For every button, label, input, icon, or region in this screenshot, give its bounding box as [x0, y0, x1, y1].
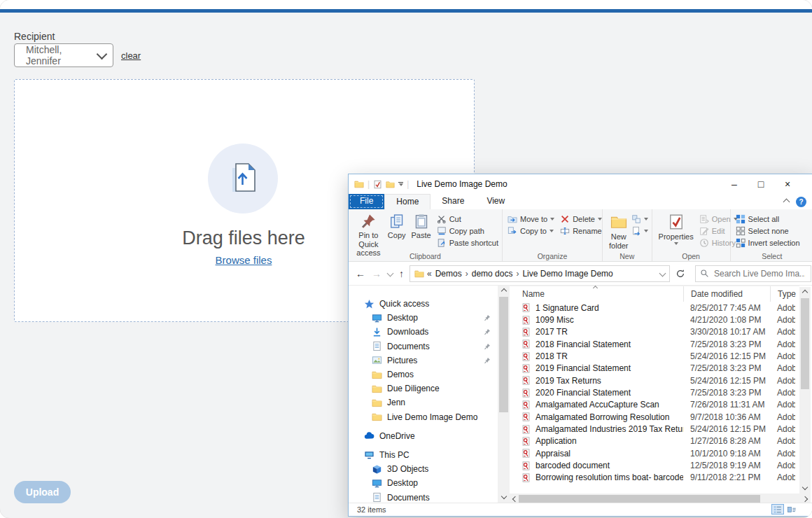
large-icons-view-button[interactable]: [785, 504, 798, 514]
paste-button[interactable]: Paste: [409, 212, 434, 241]
address-dropdown-icon[interactable]: [659, 270, 666, 277]
tab-home[interactable]: Home: [384, 194, 430, 209]
sidebar-item-label: Demos: [387, 370, 414, 379]
list-scrollbar[interactable]: [799, 287, 811, 493]
forward-button[interactable]: →: [372, 268, 382, 279]
paste-shortcut-button[interactable]: Paste shortcut: [437, 238, 498, 248]
tab-file[interactable]: File: [349, 194, 384, 209]
up-button[interactable]: ↑: [399, 268, 404, 279]
breadcrumb-segment[interactable]: Demos: [433, 269, 464, 279]
sidebar-item[interactable]: This PC: [349, 448, 498, 462]
clipboard-group-label: Clipboard: [349, 252, 502, 260]
file-row[interactable]: 2019 Tax Returns 5/24/2016 12:15 PM Adob…: [510, 374, 799, 386]
details-view-button[interactable]: [771, 504, 784, 514]
new-folder-button[interactable]: New folder: [606, 212, 631, 251]
recent-locations-icon[interactable]: [387, 270, 394, 277]
file-row[interactable]: 2018 TR 5/24/2016 12:15 PM Adobe: [510, 350, 799, 362]
column-name[interactable]: Name: [510, 289, 683, 299]
file-row[interactable]: Appraisal 10/1/2010 9:18 AM Adobe: [510, 447, 799, 459]
file-row[interactable]: 2020 Financial Statement 7/25/2018 3:23 …: [510, 386, 799, 398]
copy-to-button[interactable]: Copy to: [507, 226, 554, 236]
column-type[interactable]: Type: [770, 286, 798, 302]
rename-button[interactable]: Rename: [560, 226, 602, 236]
sidebar-scrollbar[interactable]: [498, 286, 510, 503]
maximize-button[interactable]: □: [748, 174, 774, 194]
copy-path-button[interactable]: Copy path: [437, 226, 498, 236]
scroll-down-icon[interactable]: [799, 483, 811, 493]
scroll-up-icon[interactable]: [498, 286, 510, 296]
address-box[interactable]: « Demos › demo docs › Live Demo Image De…: [410, 265, 670, 282]
sidebar-item[interactable]: Documents: [349, 340, 498, 354]
select-all-button[interactable]: Select all: [736, 214, 800, 224]
scrollbar-thumb[interactable]: [801, 298, 809, 389]
tab-share[interactable]: Share: [430, 194, 475, 209]
delete-button[interactable]: Delete: [560, 214, 602, 224]
recipient-select[interactable]: Mitchell, Jennifer: [14, 43, 113, 67]
sidebar-item[interactable]: OneDrive: [349, 429, 498, 443]
sidebar-item[interactable]: Due Diligence: [349, 382, 498, 396]
search-input[interactable]: [713, 268, 806, 279]
sidebar-item[interactable]: Pictures: [349, 354, 498, 368]
properties-button[interactable]: Properties: [656, 212, 696, 246]
search-box[interactable]: [695, 265, 811, 282]
sidebar-item[interactable]: Desktop: [349, 311, 498, 325]
scroll-down-icon[interactable]: [498, 492, 510, 503]
move-to-button[interactable]: Move to: [507, 214, 554, 224]
sidebar-item-icon: [372, 370, 382, 380]
copy-button[interactable]: Copy: [385, 212, 409, 241]
help-icon[interactable]: ?: [796, 197, 806, 207]
file-row[interactable]: 1099 Misc 4/21/2020 1:08 PM Adobe: [510, 314, 799, 326]
ribbon-group-open: Properties Open Edit History Open: [652, 209, 731, 261]
file-row[interactable]: 2018 Financial Statement 7/25/2018 3:23 …: [510, 338, 799, 350]
minimize-ribbon-icon[interactable]: [783, 198, 790, 205]
move-to-icon: [507, 214, 517, 224]
back-button[interactable]: ←: [356, 268, 365, 279]
pin-icon: [484, 314, 491, 321]
invert-selection-button[interactable]: Invert selection: [736, 238, 800, 248]
file-row[interactable]: Amalgamated Borrowing Resolution 9/7/201…: [510, 411, 799, 423]
close-button[interactable]: ×: [774, 174, 801, 194]
new-folder-icon: [610, 214, 627, 230]
tab-view[interactable]: View: [475, 194, 516, 209]
explorer-titlebar[interactable]: | | Live Demo Image Demo – □ ×: [349, 174, 812, 194]
easy-access-button[interactable]: [631, 226, 648, 236]
breadcrumb-segment[interactable]: Live Demo Image Demo: [520, 269, 615, 279]
customize-toolbar-icon[interactable]: [398, 182, 403, 186]
sidebar-item[interactable]: Quick access: [349, 297, 498, 311]
cut-button[interactable]: Cut: [437, 214, 498, 224]
pdf-icon: [522, 352, 531, 361]
upload-button[interactable]: Upload: [14, 481, 71, 503]
new-folder-quick-icon[interactable]: [386, 180, 395, 189]
sidebar-item[interactable]: Demos: [349, 368, 498, 382]
properties-quick-icon[interactable]: [373, 180, 382, 189]
clear-link[interactable]: clear: [121, 50, 141, 61]
select-none-button[interactable]: Select none: [736, 226, 800, 236]
file-row[interactable]: Amalgamated AccuCapture Scan 7/26/2018 1…: [510, 399, 799, 411]
file-date-modified: 9/7/2018 10:36 AM: [683, 412, 770, 422]
file-row[interactable]: 1 Signature Card 8/25/2017 7:45 AM Adobe: [510, 302, 799, 314]
breadcrumb-overflow[interactable]: «: [427, 269, 432, 279]
minimize-button[interactable]: –: [721, 174, 748, 194]
sidebar-item[interactable]: Downloads: [349, 325, 498, 339]
sidebar-item[interactable]: Desktop: [349, 476, 498, 490]
sidebar-item[interactable]: Documents: [349, 490, 498, 503]
file-row[interactable]: Application 1/27/2016 8:28 AM Adobe: [510, 435, 799, 447]
file-row[interactable]: 2017 TR 3/30/2018 10:17 AM Adobe: [510, 326, 799, 338]
column-date-modified[interactable]: Date modified: [683, 286, 770, 302]
breadcrumb-segment[interactable]: demo docs: [470, 269, 515, 279]
sidebar-item[interactable]: Jenn: [349, 396, 498, 410]
scrollbar-thumb[interactable]: [499, 297, 508, 412]
sidebar-item[interactable]: 3D Objects: [349, 462, 498, 476]
new-item-icon: [631, 214, 641, 224]
new-item-button[interactable]: [631, 214, 648, 224]
file-row[interactable]: Borrowing resolution tims boat- barcode …: [510, 472, 799, 484]
scroll-up-icon[interactable]: [799, 287, 811, 298]
refresh-icon[interactable]: [676, 269, 685, 279]
sidebar-item-label: OneDrive: [379, 431, 415, 441]
scrollbar-thumb[interactable]: [519, 495, 760, 503]
sidebar-item-icon: [364, 430, 374, 441]
file-row[interactable]: Amalgamated Industries 2019 Tax Return 5…: [510, 423, 799, 435]
file-row[interactable]: 2019 Financial Statement 7/25/2018 3:23 …: [510, 363, 799, 374]
file-row[interactable]: barcoded document 12/5/2018 9:19 AM Adob…: [510, 459, 799, 471]
sidebar-item[interactable]: Live Demo Image Demo: [349, 410, 498, 424]
